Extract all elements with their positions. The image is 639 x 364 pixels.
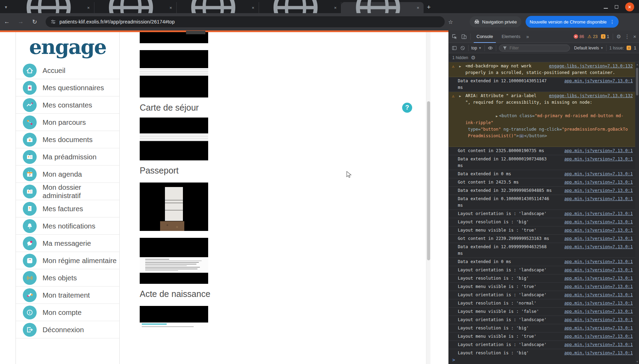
console-source-link[interactable]: app.min.js?version=7.13.0:1 [564,283,633,290]
sidebar-item[interactable]: Mes documents [16,131,119,148]
sidebar-item[interactable]: Mes notifications [16,217,119,235]
console-source-link[interactable]: app.min.js?version=7.13.0:1 [564,275,633,282]
console-source-link[interactable]: app.min.js?version=7.13.0:1 [564,292,633,298]
device-toolbar-icon[interactable] [461,34,467,40]
address-bar[interactable]: patients-klif.exolis.fr/#!/app/preadmiss… [46,16,445,27]
log-levels-selector[interactable]: Default levels ▼ [574,46,603,50]
devtools-settings-icon[interactable]: ⚙ [617,34,621,40]
devtools-menu-icon[interactable]: ⋮ [624,34,630,40]
chrome-update-button[interactable]: Nouvelle version de Chrome disponible ⋮ [526,16,619,28]
tab-search-chevron-icon[interactable]: ▾ [5,4,7,10]
warning-badge[interactable]: ⚠ 23 [587,34,598,39]
document-thumbnail[interactable] [140,50,208,97]
sidebar-item[interactable]: Mon dossier administratif [16,183,119,200]
filter-input[interactable] [510,46,562,50]
error-badge[interactable]: ✕ 86 [574,34,584,39]
forward-button[interactable]: → [14,15,28,29]
tab-close-icon[interactable]: × [86,5,91,10]
console-source-link[interactable]: app.min.js?version=7.13.0:1 [564,179,633,186]
tab-close-icon[interactable]: × [416,5,420,10]
console-source-link[interactable]: app.min.js?version=7.13.0:1 [564,300,633,307]
browser-menu-icon[interactable]: ⋮ [610,19,614,25]
console-source-link[interactable]: app.min.js?version=7.13.0:1 [564,259,633,265]
console-source-link[interactable]: app.min.js?version=7.13.0:1 [564,78,633,84]
minimize-button[interactable] [604,8,608,9]
sidebar-item[interactable]: Accueil [16,62,119,79]
clear-console-icon[interactable] [460,45,465,51]
scroll-down-arrow[interactable]: ▼ [636,360,639,363]
console-source-link[interactable]: app.min.js?version=7.13.0:1 [564,187,633,194]
sidebar-item[interactable]: Déconnexion [16,321,119,338]
document-thumbnail[interactable] [140,183,208,231]
maximize-button[interactable] [615,5,618,9]
console-source-link[interactable]: engage-libs.js?version=7.13.0:132 [549,93,633,99]
settings-gear-icon[interactable]: ⚙ [471,55,475,61]
browser-tab[interactable]: engage - Portail soignant × [12,2,94,13]
devtools-close-icon[interactable]: × [633,34,636,39]
url-text[interactable]: patients-klif.exolis.fr/#!/app/preadmiss… [59,19,175,25]
console-filter[interactable] [499,45,570,52]
sidebar-item[interactable]: Mon régime alimentaire [16,252,119,269]
browser-tab[interactable]: engage - Portail soignant × [94,2,177,13]
document-thumbnail[interactable] [140,32,208,43]
browser-tab[interactable]: engage - Portail soignant × [177,2,259,13]
console-source-link[interactable]: app.min.js?version=7.13.0:1 [564,325,633,332]
sidebar-item[interactable]: Mon traitement [16,287,119,304]
reload-button[interactable]: ↻ [28,15,41,29]
console-source-link[interactable]: app.min.js?version=7.13.0:1 [564,196,633,202]
help-icon[interactable]: ? [402,103,412,113]
devtools-scrollbar[interactable]: ▲ ▼ [635,62,639,364]
console-source-link[interactable]: app.min.js?version=7.13.0:1 [564,350,633,355]
sidebar-item[interactable]: Mon parcours [16,114,119,131]
console-source-link[interactable]: app.min.js?version=7.13.0:1 [564,333,633,340]
sidebar-item[interactable]: Mon compte [16,304,119,321]
new-tab-button[interactable]: + [427,3,431,11]
sidebar-item[interactable]: Ma préadmission [16,148,119,166]
tab-elements[interactable]: Elements [499,30,523,43]
tab-close-icon[interactable]: × [251,5,256,10]
tab-console[interactable]: Console [474,30,496,43]
expand-arrow-icon[interactable]: ▶ [496,114,498,118]
console-source-link[interactable]: app.min.js?version=7.13.0:1 [564,342,633,348]
expand-arrow-icon[interactable]: ▶ [459,63,461,70]
back-button[interactable]: ← [0,15,14,29]
console-source-link[interactable]: app.min.js?version=7.13.0:1 [564,211,633,217]
browser-tab[interactable]: patients-klif.exolis.fr/#!/ × [341,2,424,13]
browser-tab[interactable]: engage - Portail soignant × [259,2,341,13]
live-expression-eye-icon[interactable] [488,45,493,51]
sidebar-item[interactable]: Mon agenda [16,166,119,183]
scroll-up-arrow[interactable]: ▲ [636,63,639,66]
console-prompt[interactable]: > [449,355,639,363]
devtools-scrollbar-thumb[interactable] [636,68,638,95]
console-source-link[interactable]: app.min.js?version=7.13.0:1 [564,267,633,273]
sidebar-item[interactable]: Ma messagerie [16,235,119,252]
sidebar-item[interactable]: Mes constantes [16,96,119,114]
sidebar-item[interactable]: Mes objets [16,269,119,287]
console-source-link[interactable]: app.min.js?version=7.13.0:1 [564,171,633,177]
console-source-link[interactable]: app.min.js?version=7.13.0:1 [564,317,633,323]
console-source-link[interactable]: app.min.js?version=7.13.0:1 [564,227,633,234]
console-node-preview[interactable]: ▶<button class="md-primary md-raised md-… [465,106,633,146]
sidebar-item[interactable]: Mes questionnaires [16,79,119,96]
issues-badge[interactable]: ! 1 [601,34,609,39]
console-source-link[interactable]: app.min.js?version=7.13.0:1 [564,244,633,250]
page-scrollbar-thumb[interactable] [427,101,430,260]
document-thumbnail[interactable] [140,238,208,284]
document-thumbnail[interactable] [140,118,208,160]
console-source-link[interactable]: app.min.js?version=7.13.0:1 [564,308,633,315]
tab-close-icon[interactable]: × [333,5,338,10]
console-sidebar-icon[interactable] [452,45,457,51]
more-tabs-icon[interactable]: » [526,34,529,39]
sidebar-item[interactable]: Mes factures [16,200,119,217]
expand-arrow-icon[interactable]: ▶ [459,93,461,100]
document-thumbnail[interactable] [140,306,208,330]
console-source-link[interactable]: app.min.js?version=7.13.0:1 [564,148,633,154]
bookmark-star-icon[interactable]: ☆ [448,19,453,25]
console-source-link[interactable]: app.min.js?version=7.13.0:1 [564,156,633,162]
inspect-element-icon[interactable] [452,34,458,40]
tab-close-icon[interactable]: × [168,5,173,10]
page-scrollbar[interactable] [426,32,430,364]
close-window-button[interactable]: ✕ [625,2,634,11]
console-source-link[interactable]: app.min.js?version=7.13.0:1 [564,235,633,242]
context-selector[interactable]: top ▼ [471,46,482,50]
